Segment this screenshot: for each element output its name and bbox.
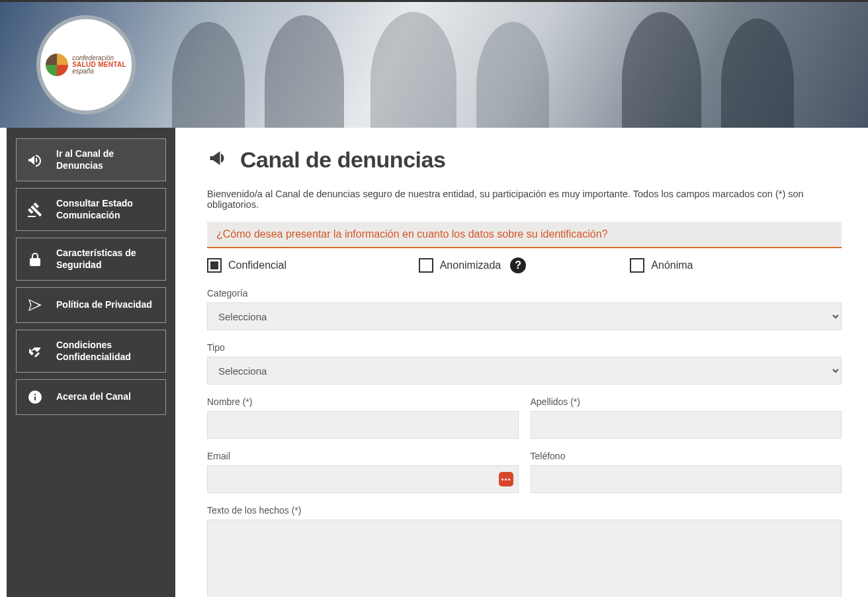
radio-anonima[interactable]: [630, 258, 644, 273]
sidebar-item-acerca[interactable]: Acerca del Canal: [16, 379, 166, 415]
telefono-input[interactable]: [531, 465, 842, 493]
sidebar-item-privacidad[interactable]: Política de Privacidad: [16, 287, 166, 323]
help-icon[interactable]: ?: [510, 257, 526, 273]
sidebar-item-condiciones[interactable]: Condiciones Confidencialidad: [16, 330, 166, 373]
sidebar-item-label: Acerca del Canal: [56, 391, 156, 403]
intro-text: Bienvenido/a al Canal de denuncias segur…: [207, 189, 842, 210]
sidebar-item-canal[interactable]: Ir al Canal de Denuncias: [16, 138, 166, 181]
categoria-label: Categoría: [207, 288, 842, 298]
radio-confidencial-label: Confidencial: [228, 259, 286, 271]
nombre-input[interactable]: [207, 411, 519, 439]
email-label: Email: [207, 451, 519, 461]
info-icon: [26, 389, 44, 405]
apellidos-input[interactable]: [531, 411, 842, 439]
sidebar-item-label: Política de Privacidad: [56, 299, 156, 311]
silhouette: [476, 22, 549, 128]
texto-textarea[interactable]: [207, 520, 842, 597]
sidebar-item-estado[interactable]: Consultar Estado Comunicación: [16, 188, 166, 231]
bullhorn-icon: [207, 146, 231, 173]
categoria-select[interactable]: Selecciona: [207, 302, 842, 330]
tipo-select[interactable]: Selecciona: [207, 357, 842, 385]
hero-banner: confederación SALUD MENTAL españa: [0, 2, 868, 128]
radio-anonimizada[interactable]: [419, 258, 433, 273]
nombre-label: Nombre (*): [207, 396, 519, 407]
logo-line3: españa: [72, 68, 126, 75]
tipo-label: Tipo: [207, 342, 842, 353]
telefono-label: Teléfono: [531, 451, 842, 461]
main-content: Canal de denuncias Bienvenido/a al Canal…: [175, 128, 868, 597]
sidebar-item-label: Condiciones Confidencialidad: [56, 340, 156, 363]
apellidos-label: Apellidos (*): [531, 396, 842, 407]
silhouette: [172, 22, 245, 128]
silhouette: [265, 15, 344, 128]
logo-mark-icon: [46, 54, 68, 76]
page-title: Canal de denuncias: [240, 147, 445, 173]
silhouette: [721, 19, 794, 128]
plane-icon: [26, 297, 44, 313]
radio-confidencial[interactable]: [207, 258, 222, 273]
password-manager-icon[interactable]: [499, 472, 513, 486]
silhouette: [622, 12, 701, 128]
sidebar-item-label: Consultar Estado Comunicación: [56, 198, 156, 221]
bullhorn-icon: [26, 152, 44, 168]
email-input[interactable]: [207, 465, 519, 493]
sidebar-item-label: Ir al Canal de Denuncias: [56, 148, 156, 171]
gavel-icon: [26, 202, 44, 218]
logo: confederación SALUD MENTAL españa: [36, 15, 136, 115]
radio-anonimizada-label: Anonimizada: [440, 259, 501, 271]
radio-anonima-label: Anónima: [651, 259, 693, 271]
identification-question: ¿Cómo desea presentar la información en …: [207, 222, 842, 248]
lock-icon: [26, 252, 44, 267]
sidebar: Ir al Canal de Denuncias Consultar Estad…: [7, 128, 175, 597]
sidebar-item-seguridad[interactable]: Características de Seguridad: [16, 238, 166, 281]
silhouette: [370, 12, 456, 128]
handshake-icon: [26, 344, 44, 359]
sidebar-item-label: Características de Seguridad: [56, 248, 156, 271]
texto-label: Texto de los hechos (*): [207, 505, 842, 516]
